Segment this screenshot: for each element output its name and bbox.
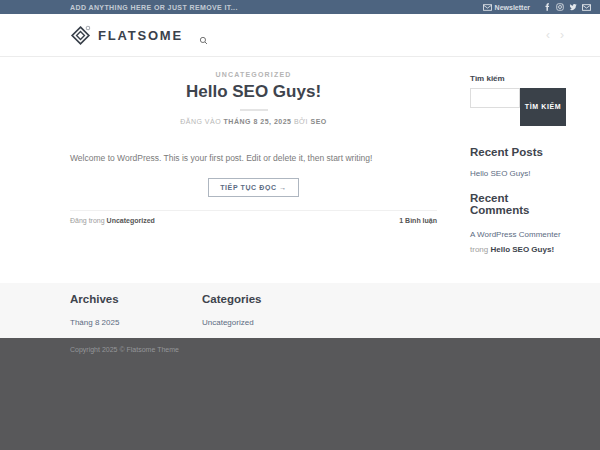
flatsome-diamond-icon xyxy=(70,25,91,46)
recent-post-link[interactable]: Hello SEO Guys! xyxy=(470,169,568,178)
post-article: UNCATEGORIZED Hello SEO Guys! ĐĂNG VÀO T… xyxy=(70,57,437,224)
post-meta: ĐĂNG VÀO THÁNG 8 25, 2025 BỞI SEO xyxy=(70,118,437,125)
comment-in-label: trong xyxy=(470,245,490,254)
title-divider xyxy=(240,109,268,111)
post-date: THÁNG 8 25, 2025 xyxy=(224,118,292,125)
recent-posts-title: Recent Posts xyxy=(470,146,568,158)
logo[interactable]: FLATSOME xyxy=(70,25,183,46)
category-link[interactable]: Uncategorized xyxy=(107,217,155,224)
archive-link[interactable]: Tháng 8 2025 xyxy=(70,318,202,327)
search-form: TÌM KIẾM xyxy=(470,88,568,126)
twitter-icon[interactable] xyxy=(569,3,577,11)
next-arrow-icon[interactable]: › xyxy=(560,29,564,41)
readmore-wrap: TIẾP TỤC ĐỌC → xyxy=(70,176,437,197)
prev-arrow-icon[interactable]: ‹ xyxy=(546,29,550,41)
email-icon[interactable] xyxy=(582,4,591,11)
comment-post-link[interactable]: Hello SEO Guys! xyxy=(490,245,554,254)
archives-widget: Archives Tháng 8 2025 xyxy=(70,293,202,338)
page: ADD ANYTHING HERE OR JUST REMOVE IT... N… xyxy=(0,0,600,450)
search-input[interactable] xyxy=(470,88,520,108)
categories-widget: Categories Uncategorized xyxy=(202,293,362,338)
post-category-label[interactable]: UNCATEGORIZED xyxy=(70,71,437,78)
footer-widgets: Archives Tháng 8 2025 Categories Uncateg… xyxy=(0,283,600,338)
header-nav-arrows: ‹ › xyxy=(546,29,564,41)
newsletter-link[interactable]: Newsletter xyxy=(483,4,530,11)
post-author[interactable]: SEO xyxy=(311,118,327,125)
top-bar: ADD ANYTHING HERE OR JUST REMOVE IT... N… xyxy=(0,0,600,14)
comment-author-link[interactable]: A WordPress Commenter xyxy=(470,230,561,239)
by-label: BỞI xyxy=(292,118,311,125)
facebook-icon[interactable] xyxy=(543,3,551,11)
entry-footer: Đăng trong Uncategorized 1 Bình luận xyxy=(70,210,437,224)
absolute-footer: Copyright 2025 © Flatsome Theme xyxy=(0,338,600,450)
search-widget-title: Tìm kiếm xyxy=(470,74,568,83)
search-icon[interactable] xyxy=(199,31,208,40)
search-submit-button[interactable]: TÌM KIẾM xyxy=(520,88,566,126)
newsletter-label: Newsletter xyxy=(495,4,530,11)
social-links xyxy=(543,3,591,11)
footer-category-link[interactable]: Uncategorized xyxy=(202,318,362,327)
copyright-text: Copyright 2025 © Flatsome Theme xyxy=(70,346,600,353)
site-header: FLATSOME ‹ › xyxy=(0,14,600,57)
instagram-icon[interactable] xyxy=(556,3,564,11)
posted-in-label: Đăng trong xyxy=(70,217,107,224)
archives-title: Archives xyxy=(70,293,202,305)
topbar-right: Newsletter xyxy=(483,3,591,11)
logo-text: FLATSOME xyxy=(98,28,183,43)
envelope-icon xyxy=(483,4,492,11)
posted-in: Đăng trong Uncategorized xyxy=(70,217,155,224)
announcement-text: ADD ANYTHING HERE OR JUST REMOVE IT... xyxy=(70,4,238,11)
sidebar: Tìm kiếm TÌM KIẾM Recent Posts Hello SEO… xyxy=(470,57,568,257)
posted-on-label: ĐĂNG VÀO xyxy=(180,118,223,125)
post-excerpt: Welcome to WordPress. This is your first… xyxy=(70,152,437,165)
recent-comments-title: Recent Comments xyxy=(470,192,568,216)
recent-comment-item: A WordPress Commenter trong Hello SEO Gu… xyxy=(470,227,568,257)
categories-title: Categories xyxy=(202,293,362,305)
read-more-button[interactable]: TIẾP TỤC ĐỌC → xyxy=(208,178,299,197)
main-content: UNCATEGORIZED Hello SEO Guys! ĐĂNG VÀO T… xyxy=(0,57,600,283)
comments-link[interactable]: 1 Bình luận xyxy=(399,217,437,224)
post-title[interactable]: Hello SEO Guys! xyxy=(70,82,437,102)
